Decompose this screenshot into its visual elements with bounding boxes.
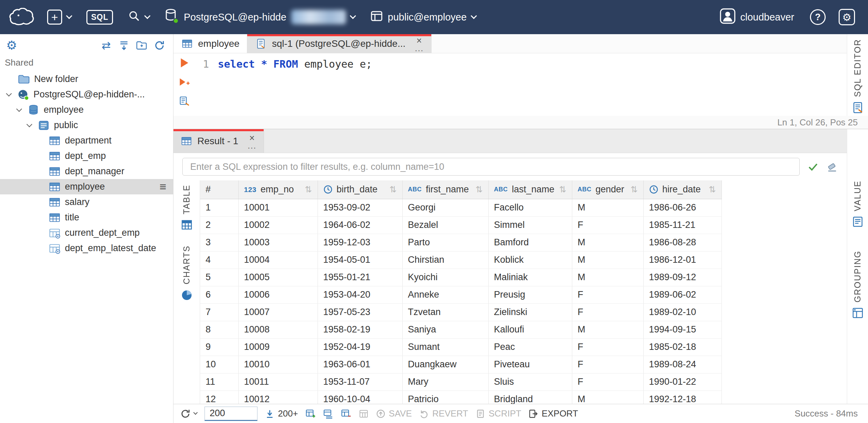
settings-button[interactable]: ⚙ — [834, 0, 860, 34]
tree-item-new-folder[interactable]: New folder — [0, 71, 173, 87]
connection-selector[interactable]: PostgreSQL@ep-hidde — [157, 0, 362, 34]
duplicate-row-button[interactable] — [323, 409, 334, 419]
data-cell[interactable]: F — [572, 286, 643, 303]
tab-grouping-panel[interactable]: GROUPING — [852, 250, 864, 321]
data-cell[interactable]: Sumant — [402, 338, 488, 356]
data-cell[interactable]: 1989-02-10 — [643, 303, 722, 321]
column-header-hire_date[interactable]: hire_date⇅ — [643, 180, 722, 199]
data-cell[interactable]: 10004 — [238, 251, 318, 269]
expand-chevron-icon[interactable] — [27, 122, 32, 127]
help-button[interactable]: ? — [805, 0, 830, 34]
tab-menu-icon[interactable]: … — [247, 143, 257, 148]
data-cell[interactable]: Tzvetan — [402, 303, 488, 321]
data-cell[interactable]: 1989-09-12 — [643, 269, 722, 286]
data-cell[interactable]: Kyoichi — [402, 269, 488, 286]
tree-item-dept_emp[interactable]: dept_emp — [0, 148, 173, 164]
tab-value-panel[interactable]: VALUE — [852, 180, 864, 230]
data-cell[interactable]: Facello — [488, 199, 572, 216]
data-cell[interactable]: Duangkaew — [402, 356, 488, 373]
data-cell[interactable]: Bamford — [488, 234, 572, 251]
column-header-gender[interactable]: ABCgender⇅ — [572, 180, 643, 199]
data-cell[interactable]: Patricio — [402, 391, 488, 404]
data-cell[interactable]: 1954-05-01 — [318, 251, 402, 269]
tab-table-view[interactable]: TABLE — [181, 185, 193, 233]
sort-icon[interactable]: ⇅ — [559, 185, 566, 194]
data-cell[interactable]: 1985-02-18 — [643, 338, 722, 356]
tree-item-dept_emp_latest_date[interactable]: dept_emp_latest_date — [0, 241, 173, 256]
data-cell[interactable]: Bezalel — [402, 216, 488, 234]
data-cell[interactable]: F — [572, 303, 643, 321]
data-cell[interactable]: 10012 — [238, 391, 318, 404]
row-index-cell[interactable]: 9 — [200, 338, 238, 356]
add-row-button[interactable] — [306, 409, 316, 419]
expand-chevron-icon[interactable] — [16, 106, 22, 112]
row-index-cell[interactable]: 1 — [200, 199, 238, 216]
data-cell[interactable]: 1957-05-23 — [318, 303, 402, 321]
tab-sql-editor-vertical[interactable]: SQL EDITOR — [852, 39, 864, 116]
cloudbeaver-logo[interactable] — [8, 8, 40, 26]
script-button[interactable]: SCRIPT — [476, 408, 521, 419]
tree-item-title[interactable]: title — [0, 210, 173, 225]
user-menu[interactable]: cloudbeaver — [712, 0, 802, 34]
data-cell[interactable]: F — [572, 338, 643, 356]
data-cell[interactable]: 10009 — [238, 338, 318, 356]
grid-edit-button[interactable] — [359, 409, 368, 419]
data-cell[interactable]: Parto — [402, 234, 488, 251]
explain-plan-button[interactable] — [179, 96, 190, 107]
data-cell[interactable]: Piveteau — [488, 356, 572, 373]
column-header-first_name[interactable]: ABCfirst_name⇅ — [402, 180, 488, 199]
data-cell[interactable]: M — [572, 391, 643, 404]
tab-result-1[interactable]: Result - 1 × … — [173, 129, 264, 153]
data-cell[interactable]: 10011 — [238, 373, 318, 391]
refresh-tree-button[interactable] — [152, 38, 167, 53]
column-header-index[interactable]: # — [200, 180, 238, 199]
expand-chevron-icon[interactable] — [6, 91, 12, 97]
sort-icon[interactable]: ⇅ — [476, 185, 483, 194]
delete-row-button[interactable] — [341, 409, 351, 419]
data-cell[interactable]: Zielinski — [488, 303, 572, 321]
tree-item-dept_manager[interactable]: dept_manager — [0, 164, 173, 179]
data-cell[interactable]: 1986-08-28 — [643, 234, 722, 251]
tab-menu-icon[interactable]: … — [414, 45, 424, 51]
data-cell[interactable]: Saniya — [402, 321, 488, 338]
data-cell[interactable]: Kalloufi — [488, 321, 572, 338]
row-index-cell[interactable]: 8 — [200, 321, 238, 338]
data-cell[interactable]: 1963-06-01 — [318, 356, 402, 373]
tab-charts-view[interactable]: CHARTS — [181, 245, 193, 303]
tree-item-employee[interactable]: employee≡ — [0, 179, 173, 194]
data-cell[interactable]: 1964-06-02 — [318, 216, 402, 234]
export-button[interactable]: EXPORT — [529, 408, 578, 419]
sql-editor-button[interactable]: SQL — [79, 0, 121, 34]
data-cell[interactable]: M — [572, 234, 643, 251]
sort-icon[interactable]: ⇅ — [709, 185, 716, 194]
column-header-last_name[interactable]: ABClast_name⇅ — [488, 180, 572, 199]
connection-search-button[interactable] — [121, 0, 157, 34]
row-index-cell[interactable]: 2 — [200, 216, 238, 234]
add-folder-button[interactable] — [134, 38, 149, 53]
sort-icon[interactable]: ⇅ — [631, 185, 638, 194]
refresh-results-button[interactable] — [180, 409, 197, 419]
tab-employee[interactable]: employee — [173, 34, 247, 53]
column-header-emp_no[interactable]: 123emp_no⇅ — [238, 180, 318, 199]
run-script-button[interactable] — [179, 77, 190, 87]
data-cell[interactable]: Preusig — [488, 286, 572, 303]
schema-selector[interactable]: public@employee — [363, 0, 484, 34]
data-cell[interactable]: Chirstian — [402, 251, 488, 269]
data-cell[interactable]: 1958-02-19 — [318, 321, 402, 338]
sort-icon[interactable]: ⇅ — [390, 185, 397, 194]
data-cell[interactable]: 1955-01-21 — [318, 269, 402, 286]
revert-button[interactable]: REVERT — [419, 408, 468, 419]
row-index-cell[interactable]: 4 — [200, 251, 238, 269]
data-cell[interactable]: 1985-11-21 — [643, 216, 722, 234]
clear-filter-button[interactable] — [826, 161, 838, 173]
data-cell[interactable]: Georgi — [402, 199, 488, 216]
tree-item-public[interactable]: public — [0, 118, 173, 133]
data-cell[interactable]: Simmel — [488, 216, 572, 234]
save-button[interactable]: SAVE — [376, 408, 412, 419]
tree-item-department[interactable]: department — [0, 133, 173, 148]
data-cell[interactable]: Sluis — [488, 373, 572, 391]
data-cell[interactable]: 1959-12-03 — [318, 234, 402, 251]
drag-handle-icon[interactable]: ≡ — [159, 180, 166, 193]
data-cell[interactable]: 1989-08-24 — [643, 356, 722, 373]
row-index-cell[interactable]: 12 — [200, 391, 238, 404]
